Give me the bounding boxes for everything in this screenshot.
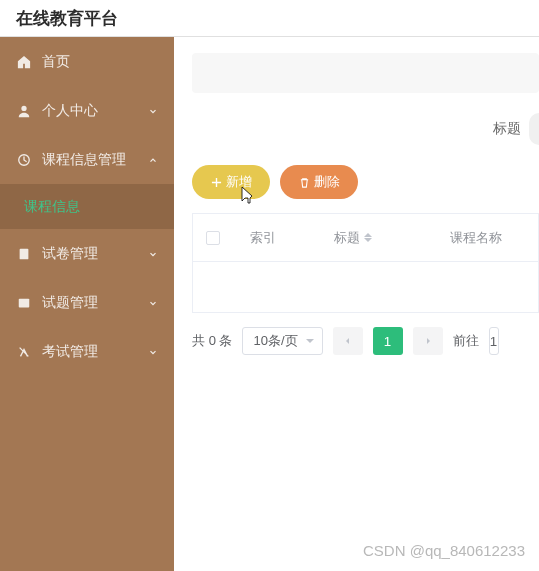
plus-icon	[210, 176, 222, 188]
svg-rect-2	[20, 248, 29, 259]
search-row: 标题	[192, 113, 539, 145]
sidebar-item-label: 个人中心	[42, 102, 148, 120]
total-text: 共 0 条	[192, 332, 232, 350]
main-content: 标题 新增 删除 索引	[174, 37, 539, 571]
chevron-down-icon	[148, 246, 158, 262]
sidebar-item-label: 课程信息管理	[42, 151, 148, 169]
chevron-up-icon	[148, 152, 158, 168]
jump-input[interactable]	[489, 327, 499, 355]
app-header: 在线教育平台	[0, 0, 539, 37]
question-icon	[16, 295, 32, 311]
th-title[interactable]: 标题	[293, 229, 413, 247]
sidebar-item-label: 考试管理	[42, 343, 148, 361]
home-icon	[16, 54, 32, 70]
sidebar-item-label: 课程信息	[24, 198, 158, 216]
add-button[interactable]: 新增	[192, 165, 270, 199]
sidebar-item-exam-mgmt[interactable]: 考试管理	[0, 327, 174, 376]
sidebar: 首页 个人中心 课程信息管理 课程信息	[0, 37, 174, 571]
chevron-down-icon	[148, 295, 158, 311]
add-button-label: 新增	[226, 173, 252, 191]
delete-button-label: 删除	[314, 173, 340, 191]
sidebar-item-course-mgmt[interactable]: 课程信息管理	[0, 135, 174, 184]
svg-point-0	[21, 105, 26, 110]
sidebar-item-paper-mgmt[interactable]: 试卷管理	[0, 229, 174, 278]
page-number-button[interactable]: 1	[373, 327, 403, 355]
th-checkbox[interactable]	[193, 231, 233, 245]
search-label: 标题	[493, 120, 521, 138]
sort-icon[interactable]	[364, 229, 372, 246]
sidebar-item-course-info[interactable]: 课程信息	[0, 184, 174, 229]
th-course-name[interactable]: 课程名称	[413, 229, 538, 247]
action-row: 新增 删除	[192, 165, 539, 199]
jump-label: 前往	[453, 332, 479, 350]
sidebar-item-label: 试题管理	[42, 294, 148, 312]
table-body	[193, 262, 538, 312]
sidebar-item-label: 首页	[42, 53, 158, 71]
table-header: 索引 标题 课程名称	[193, 214, 538, 262]
sidebar-item-home[interactable]: 首页	[0, 37, 174, 86]
sidebar-item-profile[interactable]: 个人中心	[0, 86, 174, 135]
select-all-checkbox[interactable]	[206, 231, 220, 245]
clock-icon	[16, 152, 32, 168]
main-container: 首页 个人中心 课程信息管理 课程信息	[0, 37, 539, 571]
breadcrumb	[192, 53, 539, 93]
trash-icon	[298, 176, 310, 188]
page-size-select[interactable]: 10条/页	[242, 327, 322, 355]
user-icon	[16, 103, 32, 119]
search-input[interactable]	[529, 113, 539, 145]
watermark: CSDN @qq_840612233	[363, 542, 525, 559]
svg-rect-3	[19, 298, 30, 307]
delete-button[interactable]: 删除	[280, 165, 358, 199]
paper-icon	[16, 246, 32, 262]
sidebar-item-label: 试卷管理	[42, 245, 148, 263]
prev-page-button[interactable]	[333, 327, 363, 355]
chevron-down-icon	[148, 344, 158, 360]
data-table: 索引 标题 课程名称	[192, 213, 539, 313]
app-title: 在线教育平台	[16, 7, 118, 30]
pagination: 共 0 条 10条/页 1 前往	[192, 327, 539, 355]
exam-icon	[16, 344, 32, 360]
chevron-down-icon	[148, 103, 158, 119]
sidebar-item-question-mgmt[interactable]: 试题管理	[0, 278, 174, 327]
th-index[interactable]: 索引	[233, 229, 293, 247]
next-page-button[interactable]	[413, 327, 443, 355]
